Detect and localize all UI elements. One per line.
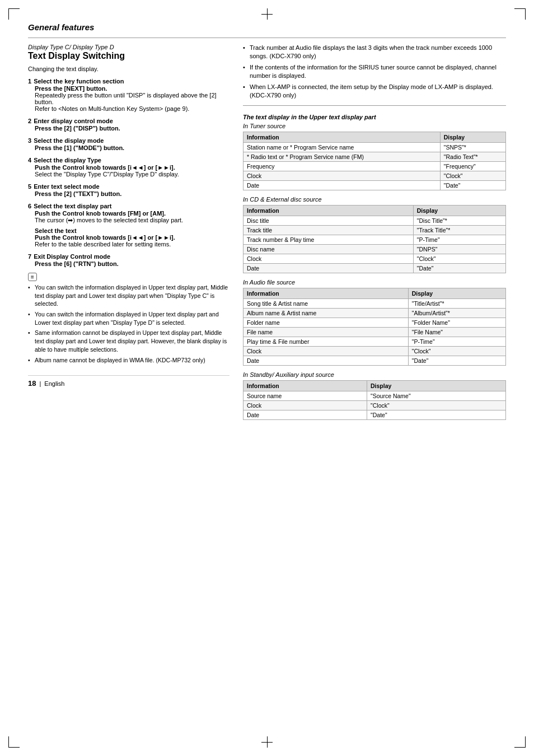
audio-source-title: In Audio file source — [243, 279, 506, 286]
note-item-1: You can switch the information displayed… — [28, 283, 229, 308]
step-4-body: Push the Control knob towards [i◄◄] or [… — [35, 164, 229, 178]
note-item-4: Album name cannot be displayed in WMA fi… — [28, 356, 229, 365]
table-cell-display: "Clock" — [367, 401, 506, 410]
table-row: File name"File Name" — [243, 328, 506, 337]
table-cell-info: * Radio text or * Program Service name (… — [243, 152, 441, 162]
table-row: Clock"Clock" — [243, 347, 506, 356]
step-3-title: Select the display mode — [34, 137, 104, 144]
subtitle-label: Display Type C/ Display Type D — [28, 44, 229, 50]
step-1-bold: Press the [NEXT] button. — [35, 85, 107, 92]
table-cell-info: Disc name — [243, 245, 414, 254]
table-cell-display: "Date" — [413, 264, 505, 273]
table-row: Date"Date" — [243, 264, 506, 273]
top-divider — [28, 38, 506, 38]
intro-text: Changing the text display. — [28, 66, 229, 72]
table-cell-display: "Date" — [440, 181, 505, 190]
step-5-body: Press the [2] ("TEXT") button. — [35, 190, 229, 197]
step-6-sub-bold: Push the Control knob towards [i◄◄] or [… — [35, 234, 175, 241]
step-7-header: 7 Exit Display Control mode — [28, 253, 229, 260]
step-4-header: 4 Select the display Type — [28, 157, 229, 164]
table-row: Disc title"Disc Title"* — [243, 216, 506, 226]
table-row: Station name or * Program Service name"S… — [243, 143, 506, 152]
step-5-bold: Press the [2] ("TEXT") button. — [35, 190, 121, 197]
step-1-body: Press the [NEXT] button. Repeatedly pres… — [35, 85, 229, 112]
crosshair-bottom — [261, 736, 273, 748]
step-4: 4 Select the display Type Push the Contr… — [28, 157, 229, 178]
table-cell-info: File name — [243, 328, 409, 337]
step-2-header: 2 Enter display control mode — [28, 118, 229, 124]
main-heading: Text Display Switching — [28, 51, 229, 61]
corner-mark-br — [514, 736, 526, 748]
step-4-text: Select the "Display Type C"/"Display Typ… — [35, 171, 179, 178]
cd-table: Information Display Disc title"Disc Titl… — [243, 205, 506, 273]
table-cell-info: Source name — [243, 391, 367, 401]
step-4-title: Select the display Type — [34, 157, 101, 164]
table-row: Date"Date" — [243, 181, 506, 190]
step-2: 2 Enter display control mode Press the [… — [28, 118, 229, 132]
note-icon: ≡ — [28, 273, 37, 281]
table-cell-info: Date — [243, 264, 414, 273]
crosshair-top — [261, 8, 273, 20]
table-row: * Radio text or * Program Service name (… — [243, 152, 506, 162]
corner-mark-tl — [8, 8, 20, 20]
table-cell-display: "DNPS" — [413, 245, 505, 254]
audio-col-info: Information — [243, 288, 409, 299]
step-7: 7 Exit Display Control mode Press the [6… — [28, 253, 229, 267]
step-6-sub-text: Refer to the table described later for s… — [35, 241, 171, 248]
table-cell-display: "File Name" — [408, 328, 505, 337]
table-row: Folder name"Folder Name" — [243, 318, 506, 328]
table-row: Clock"Clock" — [243, 171, 506, 181]
step-5-title: Enter text select mode — [34, 183, 99, 190]
step-6-num: 6 — [28, 203, 31, 209]
table-cell-display: "Album/Artist"* — [408, 309, 505, 318]
tuner-source-title: In Tuner source — [243, 123, 506, 129]
table-cell-info: Clock — [243, 401, 367, 410]
step-6-text: The cursor (➡) moves to the selected tex… — [35, 217, 183, 223]
standby-col-display: Display — [367, 381, 506, 391]
step-3-bold: Press the [1] ("MODE") button. — [35, 144, 124, 151]
table-cell-display: "Date" — [367, 410, 506, 420]
corner-mark-bl — [8, 736, 20, 748]
step-6: 6 Select the text display part Push the … — [28, 203, 229, 248]
step-1-text: Repeatedly press the button until "DISP"… — [35, 92, 217, 112]
cd-col-info: Information — [243, 206, 414, 216]
table-cell-info: Frequency — [243, 162, 441, 171]
table-cell-info: Song title & Artist name — [243, 299, 409, 309]
right-bullets: Track number at Audio file displays the … — [243, 44, 506, 100]
table-cell-info: Play time & File number — [243, 337, 409, 347]
table-cell-info: Station name or * Program Service name — [243, 143, 441, 152]
step-5: 5 Enter text select mode Press the [2] (… — [28, 183, 229, 197]
corner-mark-tr — [514, 8, 526, 20]
two-column-layout: Display Type C/ Display Type D Text Disp… — [28, 44, 506, 426]
step-1: 1 Select the key function section Press … — [28, 78, 229, 112]
page: General features Display Type C/ Display… — [0, 0, 534, 756]
audio-col-display: Display — [408, 288, 505, 299]
step-1-num: 1 — [28, 78, 31, 85]
standby-source-title: In Standby/ Auxiliary input source — [243, 371, 506, 378]
cd-col-display: Display — [413, 206, 505, 216]
table-cell-display: "Source Name" — [367, 391, 506, 401]
table-cell-display: "Clock" — [440, 171, 505, 181]
right-divider — [243, 105, 506, 106]
step-6-title: Select the text display part — [34, 203, 111, 209]
table-cell-display: "Folder Name" — [408, 318, 505, 328]
table-cell-info: Clock — [243, 254, 414, 264]
table-cell-display: "P-Time" — [408, 337, 505, 347]
table-row: Clock"Clock" — [243, 254, 506, 264]
table-row: Play time & File number"P-Time" — [243, 337, 506, 347]
step-7-num: 7 — [28, 253, 31, 260]
upper-text-section-title: The text display in the Upper text displ… — [243, 114, 506, 120]
tuner-table: Information Display Station name or * Pr… — [243, 132, 506, 190]
right-bullet-2: If the contents of the information for t… — [243, 63, 506, 81]
right-bullet-3: When LX-AMP is connected, the item setup… — [243, 83, 506, 100]
table-cell-display: "Frequency" — [440, 162, 505, 171]
tuner-col-display: Display — [440, 132, 505, 143]
step-6-bold: Push the Control knob towards [FM] or [A… — [35, 210, 166, 217]
page-separator: | — [39, 380, 41, 387]
step-1-title: Select the key function section — [34, 78, 124, 85]
table-row: Clock"Clock" — [243, 401, 506, 410]
page-footer: 18 | English — [28, 375, 229, 388]
section-title: General features — [28, 22, 506, 32]
note-item-3: Same information cannot be displayed in … — [28, 329, 229, 353]
right-column: Track number at Audio file displays the … — [243, 44, 506, 426]
